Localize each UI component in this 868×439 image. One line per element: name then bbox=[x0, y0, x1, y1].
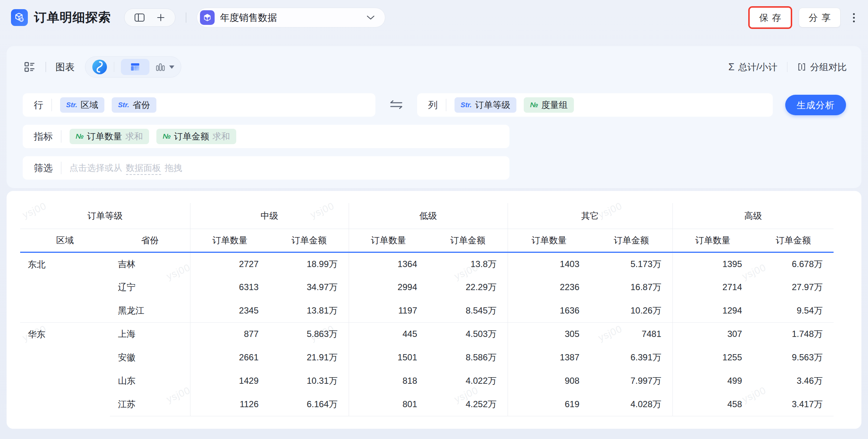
header-divider bbox=[186, 12, 186, 23]
field-pill-region[interactable]: Str. 区域 bbox=[60, 97, 105, 113]
columns-shelf[interactable]: 列 Str. 订单等级 № 度量组 bbox=[417, 93, 773, 117]
col-group-header: 其它 bbox=[508, 203, 672, 229]
more-menu-icon[interactable] bbox=[851, 11, 857, 25]
sub-header: 订单数量 bbox=[672, 229, 753, 252]
dataset-cube-icon bbox=[200, 10, 215, 25]
metric-pill-order-amount[interactable]: № 订单金额 求和 bbox=[156, 129, 236, 144]
save-button[interactable]: 保存 bbox=[750, 8, 791, 27]
sub-header: 订单数量 bbox=[508, 229, 590, 252]
ai-chart-icon[interactable] bbox=[92, 59, 107, 75]
region-cell: 华东 bbox=[20, 322, 110, 416]
field-pill-measure-group[interactable]: № 度量组 bbox=[524, 97, 574, 113]
province-cell: 安徽 bbox=[110, 346, 190, 369]
table-row: 安徽 2661 21.91万 1501 8.586万 1387 6.391万 1… bbox=[20, 346, 834, 369]
group-compare-toggle[interactable]: 分组对比 bbox=[797, 61, 847, 73]
dataset-name: 年度销售数据 bbox=[220, 11, 277, 24]
field-list-icon[interactable] bbox=[23, 61, 36, 73]
sigma-icon: Σ bbox=[728, 61, 735, 73]
chart-pill-divider bbox=[114, 62, 115, 72]
analysis-config-card: 图表 bbox=[7, 46, 861, 188]
app-header: Q 订单明细探索 年度销售数据 bbox=[0, 0, 868, 35]
table-row: 辽宁 6313 34.97万 2994 22.29万 2236 16.87万 2… bbox=[20, 275, 834, 299]
table-row: 山东 1429 10.31万 818 4.022万 908 7.997万 499… bbox=[20, 369, 834, 393]
toolbar-divider-2 bbox=[787, 62, 788, 72]
filter-shelf[interactable]: 筛选 点击选择或从数据面板拖拽 bbox=[23, 156, 509, 180]
chart-toolbar: 图表 bbox=[23, 56, 847, 78]
field-pill-province[interactable]: Str. 省份 bbox=[112, 97, 156, 113]
corner-header: 订单等级 bbox=[20, 203, 190, 229]
table-row: 黑龙江 2345 13.81万 1197 8.545万 1636 10.26万 … bbox=[20, 299, 834, 322]
rows-shelf-label: 行 bbox=[34, 99, 43, 112]
metrics-shelf[interactable]: 指标 № 订单数量 求和 № 订单金额 求和 bbox=[23, 125, 509, 148]
col-group-header: 低级 bbox=[349, 203, 508, 229]
data-panel-link[interactable]: 数据面板 bbox=[126, 163, 161, 175]
share-button[interactable]: 分享 bbox=[799, 8, 841, 27]
row-header: 省份 bbox=[110, 229, 190, 252]
page-title: 订单明细探索 bbox=[34, 9, 111, 26]
sub-header: 订单金额 bbox=[270, 229, 349, 252]
col-group-header: 高级 bbox=[672, 203, 834, 229]
filter-placeholder: 点击选择或从数据面板拖拽 bbox=[70, 162, 182, 174]
table-sub-header-row: 区域 省份 订单数量 订单金额 订单数量 订单金额 订单数量 订单金额 订单数量… bbox=[20, 229, 834, 252]
province-cell: 山东 bbox=[110, 369, 190, 393]
table-row: 华东 上海 877 5.863万 445 4.503万 305 7481 307… bbox=[20, 322, 834, 346]
swap-axes-icon[interactable] bbox=[388, 98, 404, 111]
province-cell: 黑龙江 bbox=[110, 299, 190, 322]
chevron-down-icon bbox=[366, 14, 375, 21]
totals-toggle[interactable]: Σ 总计/小计 bbox=[728, 61, 778, 73]
metric-pill-order-count[interactable]: № 订单数量 求和 bbox=[70, 129, 149, 144]
province-cell: 江苏 bbox=[110, 393, 190, 416]
sub-header: 订单金额 bbox=[590, 229, 672, 252]
pivot-table: 订单等级 中级 低级 其它 高级 区域 省份 订单数量 订单金额 订单数量 订单… bbox=[20, 203, 834, 416]
chart-type-dropdown-arrow bbox=[169, 65, 174, 69]
field-pill-order-level[interactable]: Str. 订单等级 bbox=[455, 97, 517, 113]
table-group-header-row: 订单等级 中级 低级 其它 高级 bbox=[20, 203, 834, 229]
bar-chart-icon[interactable] bbox=[155, 62, 174, 72]
app-logo-icon: Q bbox=[11, 9, 28, 26]
filter-shelf-label: 筛选 bbox=[34, 162, 53, 175]
toolbar-divider bbox=[45, 62, 46, 72]
totals-label: 总计/小计 bbox=[738, 61, 778, 73]
rows-shelf[interactable]: 行 Str. 区域 Str. 省份 bbox=[23, 93, 375, 117]
group-compare-label: 分组对比 bbox=[810, 61, 847, 73]
chart-section-label: 图表 bbox=[56, 61, 75, 74]
sub-header: 订单数量 bbox=[349, 229, 428, 252]
col-group-header: 中级 bbox=[190, 203, 349, 229]
sub-header: 订单金额 bbox=[753, 229, 834, 252]
metrics-shelf-label: 指标 bbox=[34, 130, 53, 143]
region-cell: 东北 bbox=[20, 252, 110, 322]
row-header: 区域 bbox=[20, 229, 110, 252]
generate-analysis-button[interactable]: 生成分析 bbox=[785, 95, 846, 115]
sub-header: 订单金额 bbox=[428, 229, 508, 252]
columns-shelf-label: 列 bbox=[428, 99, 438, 112]
dataset-selector[interactable]: 年度销售数据 bbox=[197, 8, 385, 27]
chart-type-switcher bbox=[85, 56, 182, 78]
result-table-panel: ysj00ysj00ysj00ysj00ysj00ysj00ysj00ysj00… bbox=[7, 191, 861, 429]
view-controls bbox=[124, 8, 175, 27]
sub-header: 订单数量 bbox=[190, 229, 270, 252]
pivot-table-type-selected[interactable] bbox=[121, 59, 149, 75]
add-view-icon[interactable] bbox=[156, 13, 166, 22]
table-row: 江苏 1126 6.164万 801 4.252万 619 4.028万 458… bbox=[20, 393, 834, 416]
split-view-icon[interactable] bbox=[134, 13, 145, 22]
table-row: 东北 吉林 2727 18.99万 1364 13.8万 1403 5.173万… bbox=[20, 252, 834, 275]
province-cell: 吉林 bbox=[110, 252, 190, 275]
save-button-highlight: 保存 bbox=[748, 6, 792, 29]
svg-text:Q: Q bbox=[20, 18, 23, 22]
group-compare-icon bbox=[797, 62, 806, 72]
province-cell: 辽宁 bbox=[110, 275, 190, 299]
province-cell: 上海 bbox=[110, 322, 190, 346]
